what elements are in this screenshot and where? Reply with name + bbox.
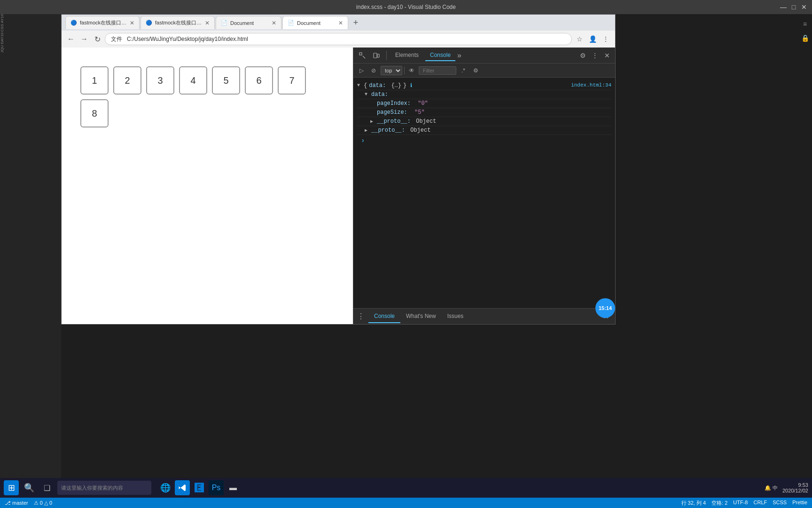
browser-tab-2[interactable]: 📄 Document ✕ bbox=[216, 16, 281, 29]
expand-arrow-proto2[interactable]: ▶ bbox=[365, 127, 369, 133]
time-badge-text: 15:14 bbox=[599, 305, 612, 311]
browser-window: 🔵 fastmock在线接口Mock平台 ✕ 🔵 fastmock在线接口Moc… bbox=[61, 14, 616, 325]
console-output: ▼ { data: {…} } ℹ index.html:34 ▼ data: … bbox=[353, 78, 615, 308]
tab-close-3[interactable]: ✕ bbox=[338, 20, 343, 26]
console-block-button[interactable]: ⊘ bbox=[368, 65, 379, 76]
info-icon[interactable]: ℹ bbox=[410, 82, 412, 88]
taskbar-search-icon[interactable]: 🔍 bbox=[22, 480, 37, 495]
expand-arrow-data[interactable]: ▼ bbox=[365, 92, 369, 97]
menu-button[interactable]: ⋮ bbox=[600, 33, 611, 45]
rs-lock-icon[interactable]: 🔒 bbox=[800, 33, 810, 43]
devtools-settings-icon[interactable]: ⚙ bbox=[578, 50, 588, 61]
page-box-5[interactable]: 5 bbox=[212, 66, 240, 95]
page-box-2[interactable]: 2 bbox=[113, 66, 141, 95]
browser-tab-1[interactable]: 🔵 fastmock在线接口Mock平台 ✕ bbox=[141, 16, 215, 29]
tab-favicon-1: 🔵 bbox=[146, 20, 152, 26]
taskbar-edge[interactable]: 🅴 bbox=[192, 480, 207, 495]
bottom-tab-issues[interactable]: Issues bbox=[442, 310, 469, 323]
bottom-dots-icon[interactable]: ⋮ bbox=[357, 312, 365, 321]
pageindex-val: "0" bbox=[414, 100, 428, 107]
sidebar-label-ay10: AY10 bbox=[0, 14, 61, 23]
tab-favicon-0: 🔵 bbox=[70, 20, 77, 26]
page-box-3[interactable]: 3 bbox=[146, 66, 174, 95]
system-tray: 🔔 中 9:53 2020/12/02 bbox=[765, 482, 808, 493]
taskbar-vscode[interactable] bbox=[175, 480, 190, 495]
taskbar-search-bar[interactable]: 请这里输入你要搜索的内容 bbox=[57, 481, 151, 495]
minimize-button[interactable]: — bbox=[780, 4, 787, 10]
devtools-more-icon[interactable]: ⋮ bbox=[590, 50, 600, 61]
pageindex-key: pageIndex: bbox=[377, 100, 411, 107]
tab-close-2[interactable]: ✕ bbox=[272, 20, 276, 26]
console-obj-open: { bbox=[364, 82, 367, 89]
tab-close-0[interactable]: ✕ bbox=[130, 20, 134, 26]
pagesize-key: pageSize: bbox=[377, 109, 407, 116]
filter-input[interactable] bbox=[419, 66, 456, 75]
expand-arrow-proto1[interactable]: ▶ bbox=[370, 119, 375, 124]
console-link-line[interactable]: index.html:34 bbox=[571, 82, 611, 88]
eye-icon[interactable]: 👁 bbox=[406, 65, 417, 76]
device-toolbar-button[interactable] bbox=[370, 49, 383, 62]
taskbar-apps: 🌐 🅴 Ps ▬ bbox=[158, 480, 241, 495]
page-box-6[interactable]: 6 bbox=[245, 66, 273, 95]
proto1-key: __proto__: bbox=[377, 118, 411, 125]
context-selector[interactable]: top bbox=[381, 66, 402, 75]
tab-close-1[interactable]: ✕ bbox=[205, 20, 210, 26]
proto2-val: Object bbox=[407, 127, 430, 134]
tab-bar: 🔵 fastmock在线接口Mock平台 ✕ 🔵 fastmock在线接口Moc… bbox=[62, 15, 615, 31]
inspect-element-button[interactable] bbox=[356, 49, 368, 62]
console-entry-proto2: ▶ __proto__: Object bbox=[357, 126, 611, 135]
tab-label-0: fastmock在线接口Mock平台 bbox=[80, 19, 127, 26]
devtools-close-icon[interactable]: ✕ bbox=[602, 50, 612, 61]
proto1-val: Object bbox=[413, 118, 436, 125]
page-box-4[interactable]: 4 bbox=[179, 66, 207, 95]
status-right: 行 32, 列 4 空格: 2 UTF-8 CRLF SCSS Prettie bbox=[681, 500, 807, 507]
close-button[interactable]: ✕ bbox=[801, 4, 807, 10]
start-button[interactable]: ⊞ bbox=[4, 480, 19, 495]
rs-list-icon[interactable]: ≡ bbox=[800, 19, 810, 29]
vscode-statusbar: ⎇ master ⚠ 0 △ 0 行 32, 列 4 空格: 2 UTF-8 C… bbox=[0, 498, 812, 508]
console-play-button[interactable]: ▷ bbox=[356, 65, 367, 76]
proto2-key: __proto__: bbox=[371, 127, 405, 134]
pagination-area: 1 2 3 4 5 6 7 8 bbox=[71, 57, 344, 137]
dt-tab-elements[interactable]: Elements bbox=[390, 50, 423, 61]
settings-icon[interactable]: ⚙ bbox=[470, 65, 481, 76]
maximize-button[interactable]: □ bbox=[790, 4, 797, 10]
dt-tab-console[interactable]: Console bbox=[425, 50, 455, 61]
account-button[interactable]: 👤 bbox=[587, 33, 598, 45]
page-box-8[interactable]: 8 bbox=[80, 99, 109, 127]
bookmark-button[interactable]: ☆ bbox=[574, 33, 585, 45]
bottom-tab-console[interactable]: Console bbox=[368, 310, 400, 323]
prompt-arrow: › bbox=[361, 137, 365, 144]
svg-rect-0 bbox=[359, 53, 362, 55]
tab-label-2: Document bbox=[230, 20, 254, 26]
back-button[interactable]: ← bbox=[65, 33, 77, 45]
console-entry-pagesize: pageSize: "5" bbox=[357, 108, 611, 117]
page-box-7[interactable]: 7 bbox=[278, 66, 306, 95]
browser-tab-3[interactable]: 📄 Document ✕ bbox=[282, 16, 348, 29]
console-obj-close: } bbox=[403, 82, 406, 89]
browser-tab-0[interactable]: 🔵 fastmock在线接口Mock平台 ✕ bbox=[65, 16, 140, 29]
devtools-toolbar: Elements Console » ⚙ ⋮ ✕ bbox=[353, 48, 615, 64]
svg-rect-2 bbox=[377, 54, 379, 57]
console-divider bbox=[404, 67, 405, 74]
tab-favicon-2: 📄 bbox=[221, 20, 227, 26]
taskbar-chrome[interactable]: 🌐 bbox=[158, 480, 173, 495]
expand-arrow-main[interactable]: ▼ bbox=[357, 83, 362, 88]
svg-rect-1 bbox=[374, 53, 377, 58]
taskbar-terminal[interactable]: ▬ bbox=[226, 480, 241, 495]
regex-button[interactable]: .* bbox=[458, 65, 468, 76]
forward-button[interactable]: → bbox=[78, 33, 90, 45]
more-tabs-icon[interactable]: » bbox=[457, 51, 461, 60]
reload-button[interactable]: ↻ bbox=[92, 33, 103, 45]
status-encoding: UTF-8 bbox=[733, 500, 748, 507]
status-language: SCSS bbox=[773, 500, 787, 507]
tab-favicon-3: 📄 bbox=[288, 20, 294, 26]
bottom-tab-whatsnew[interactable]: What's New bbox=[400, 310, 442, 323]
taskbar-search-text: 请这里输入你要搜索的内容 bbox=[61, 484, 123, 492]
taskbar-photoshop[interactable]: Ps bbox=[209, 480, 224, 495]
page-box-1[interactable]: 1 bbox=[80, 66, 109, 95]
taskbar-view-icon[interactable]: ❑ bbox=[39, 480, 55, 495]
new-tab-button[interactable]: + bbox=[349, 16, 362, 29]
pagesize-val: "5" bbox=[411, 109, 425, 116]
url-bar[interactable] bbox=[105, 33, 572, 45]
